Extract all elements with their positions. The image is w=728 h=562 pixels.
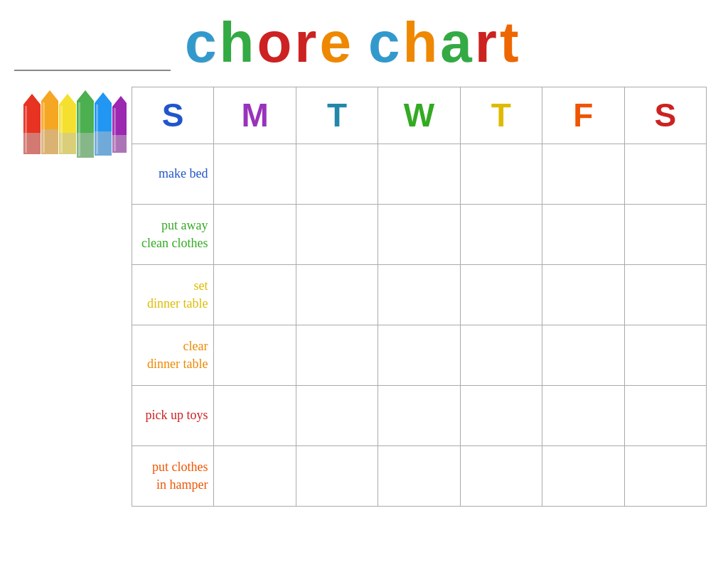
chore-cell[interactable] [624, 265, 706, 325]
name-line[interactable] [14, 50, 171, 71]
svg-rect-11 [60, 106, 63, 153]
chore-cell[interactable] [378, 265, 460, 325]
day-header-M: M [214, 87, 296, 144]
svg-marker-16 [95, 92, 112, 103]
title-char-r1: r [294, 14, 319, 71]
chore-cell[interactable] [378, 446, 460, 507]
title-space [354, 19, 368, 70]
chore-cell[interactable] [542, 205, 624, 265]
chore-cell[interactable] [378, 386, 460, 446]
day-header-S2: S [624, 87, 706, 144]
chore-cell[interactable] [214, 144, 296, 205]
svg-rect-3 [25, 106, 27, 153]
chore-cell[interactable] [378, 144, 460, 205]
title-char-h1: h [220, 14, 257, 71]
title-char-a1: a [440, 14, 475, 71]
day-header-W: W [378, 87, 460, 144]
day-header-T2: T [460, 87, 542, 144]
chore-cell[interactable] [542, 325, 624, 386]
crayons-area [14, 87, 132, 507]
chore-cell[interactable] [296, 265, 378, 325]
chore-cell[interactable] [214, 325, 296, 386]
day-header-row: S M T W T F S [132, 87, 707, 144]
title-char-o1: o [257, 14, 294, 71]
chore-cell[interactable] [460, 265, 542, 325]
chore-row-put-away: put awayclean clothes [132, 205, 707, 265]
title-char-h2: h [402, 14, 440, 71]
header: c h o r e c h a r t [14, 14, 707, 74]
chore-cell[interactable] [296, 386, 378, 446]
chore-cell[interactable] [542, 386, 624, 446]
chore-row-make-bed: make bed [132, 144, 707, 205]
chore-cell[interactable] [214, 446, 296, 507]
chore-cell[interactable] [214, 265, 296, 325]
chore-cell[interactable] [624, 386, 706, 446]
svg-marker-8 [59, 94, 76, 104]
svg-rect-19 [96, 104, 98, 154]
chore-cell[interactable] [542, 144, 624, 205]
chore-cell[interactable] [214, 386, 296, 446]
svg-rect-7 [43, 102, 45, 153]
chore-cell[interactable] [624, 205, 706, 265]
crayon-illustration [20, 90, 127, 161]
chore-cell[interactable] [460, 446, 542, 507]
chore-row-set-dinner: setdinner table [132, 265, 707, 325]
chore-row-pick-up-toys: pick up toys [132, 386, 707, 446]
chore-cell[interactable] [542, 446, 624, 507]
chore-cell[interactable] [296, 446, 378, 507]
title-char-c1: c [185, 14, 220, 71]
chore-row-put-clothes: put clothesin hamper [132, 446, 707, 507]
crayons-svg [20, 90, 127, 161]
svg-rect-23 [114, 108, 116, 151]
chore-cell[interactable] [624, 325, 706, 386]
title-char-t1: t [500, 14, 522, 71]
chore-cell[interactable] [460, 205, 542, 265]
svg-marker-12 [77, 90, 94, 101]
chore-cell[interactable] [460, 325, 542, 386]
day-header-S1: S [132, 87, 214, 144]
chore-cell[interactable] [214, 205, 296, 265]
chore-cell[interactable] [624, 144, 706, 205]
chore-cell[interactable] [378, 325, 460, 386]
title-char-r2: r [475, 14, 500, 71]
main-content: S M T W T F S make bed [14, 87, 707, 507]
chore-row-clear-dinner: cleardinner table [132, 325, 707, 386]
chore-cell[interactable] [296, 325, 378, 386]
svg-marker-0 [23, 94, 41, 104]
chore-table: S M T W T F S make bed [132, 87, 707, 507]
chore-label-pick-up-toys: pick up toys [132, 386, 214, 446]
chore-label-put-away: put awayclean clothes [132, 205, 214, 265]
chore-label-clear-dinner: cleardinner table [132, 325, 214, 386]
day-header-T1: T [296, 87, 378, 144]
chore-cell[interactable] [296, 144, 378, 205]
chore-cell[interactable] [542, 265, 624, 325]
svg-marker-4 [41, 90, 58, 101]
svg-marker-20 [112, 96, 127, 107]
chore-label-set-dinner: setdinner table [132, 265, 214, 325]
page: c h o r e c h a r t [0, 0, 728, 562]
chore-cell[interactable] [378, 205, 460, 265]
chore-cell[interactable] [460, 144, 542, 205]
title-char-c2: c [368, 14, 403, 71]
day-header-F: F [542, 87, 624, 144]
chore-cell[interactable] [460, 386, 542, 446]
title-char-e1: e [319, 14, 354, 71]
chore-label-make-bed: make bed [132, 144, 214, 205]
svg-rect-15 [78, 102, 80, 156]
title: c h o r e c h a r t [185, 14, 522, 71]
chore-cell[interactable] [624, 446, 706, 507]
chore-cell[interactable] [296, 205, 378, 265]
chore-label-put-clothes: put clothesin hamper [132, 446, 214, 507]
